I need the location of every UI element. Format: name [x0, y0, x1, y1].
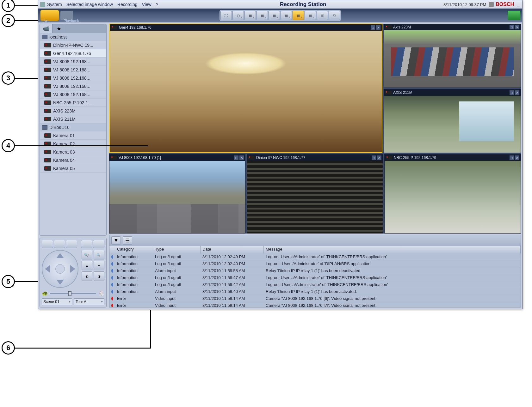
layout-4x4-button[interactable]: ▦ [269, 11, 280, 20]
ptz-right-button[interactable] [70, 265, 75, 273]
tree-camera[interactable]: AXIS 223M [40, 107, 106, 115]
layout-5x5-button[interactable]: ▦ [281, 11, 292, 20]
ptz-tab-4[interactable] [81, 240, 92, 248]
ptz-tab-2[interactable] [54, 240, 65, 248]
tree-camera[interactable]: Kamera 05 [40, 164, 106, 173]
scene-select[interactable]: Scene 01 [42, 298, 72, 305]
video-tile-main[interactable]: Gen4 192.168.1.76□✕ [109, 24, 382, 153]
tile-maximize-button[interactable]: □ [510, 155, 514, 160]
camera-icon [44, 59, 51, 64]
tree-camera[interactable]: VJ 8008 192.168... [40, 66, 106, 74]
video-tile-r2[interactable]: AXIS 211M□✕ [384, 89, 521, 153]
menu-help[interactable]: ? [156, 2, 158, 7]
callout-1: 1 [2, 0, 15, 12]
ptz-tab-5[interactable] [93, 240, 104, 248]
tile-close-button[interactable]: ✕ [515, 90, 519, 95]
ptz-left-button[interactable] [45, 265, 50, 273]
tree-camera[interactable]: Kamera 02 [40, 140, 106, 148]
record-status-button[interactable] [508, 11, 520, 20]
log-filter-button[interactable]: ▼ [111, 236, 121, 245]
tile-close-button[interactable]: ✕ [376, 25, 380, 30]
log-body[interactable]: InformationLog on/Log off8/11/2010 12:02… [109, 253, 521, 307]
layout-pip-button[interactable]: ◫ [317, 11, 328, 20]
tree-camera[interactable]: VJ 8008 192.168... [40, 74, 106, 82]
menu-selected-image-window[interactable]: Selected image window [66, 2, 113, 7]
ptz-tab-3[interactable] [66, 240, 77, 248]
ptz-focus-far-button[interactable]: ▼ [94, 261, 104, 270]
tree-tab-devices[interactable]: 📹 [40, 24, 53, 33]
menu-view[interactable]: View [142, 2, 152, 7]
layout-2x2-button[interactable]: ▦ [244, 11, 256, 20]
minimize-button[interactable]: _ [516, 2, 520, 7]
menu-recording[interactable]: Recording [117, 2, 138, 7]
ptz-down-button[interactable] [56, 280, 64, 285]
log-row[interactable]: InformationLog on/Log off8/11/2010 12:02… [109, 253, 521, 260]
tile-maximize-button[interactable]: □ [510, 90, 514, 95]
layout-1plus7-button[interactable]: ▦ [305, 11, 316, 20]
log-cell-message: Log-on: User 'a/Administrator' of 'THINK… [264, 254, 521, 259]
tile-maximize-button[interactable]: □ [371, 25, 375, 30]
tile-close-button[interactable]: ✕ [377, 155, 381, 160]
tour-select[interactable]: Tour A [74, 298, 104, 305]
menu-system[interactable]: System [47, 2, 62, 7]
tile-maximize-button[interactable]: □ [510, 25, 514, 29]
device-tree[interactable]: localhostDinion-IP-NWC 19...Gen4 192.168… [40, 33, 106, 191]
tile-close-button[interactable]: ✕ [515, 25, 519, 29]
log-list-button[interactable]: ☰ [123, 236, 132, 245]
log-row[interactable]: ErrorVideo input8/11/2010 11:59:14 AMCam… [109, 302, 521, 307]
log-col-date[interactable]: Date [201, 246, 264, 253]
ptz-up-button[interactable] [56, 253, 64, 258]
tree-camera[interactable]: NBC-255-P 192.1... [40, 99, 106, 107]
tree-camera[interactable]: Gen4 192.168.1.76 [40, 49, 106, 58]
tree-tab-favorites[interactable]: ★ [53, 24, 65, 33]
ptz-center-button[interactable] [55, 264, 65, 274]
ptz-iris-open-button[interactable]: ◐ [82, 271, 92, 281]
tile-maximize-button[interactable]: □ [234, 155, 238, 160]
ptz-iris-close-button[interactable]: ◑ [94, 271, 104, 281]
log-row[interactable]: InformationAlarm input8/11/2010 11:59:58… [109, 267, 521, 274]
log-cell-category: Information [115, 275, 153, 280]
layout-seq-button[interactable]: ⧉ [329, 11, 340, 20]
video-tile-r1[interactable]: Axis 223M□✕ [384, 24, 521, 88]
log-row[interactable]: InformationLog on/Log off8/11/2010 11:59… [109, 274, 521, 281]
log-row[interactable]: ErrorVideo input8/11/2010 11:59:14 AMCam… [109, 295, 521, 302]
log-cell-message: Log-out: User '/Administrator' of 'DIPLA… [264, 261, 521, 266]
video-tile-b3[interactable]: NBC-255-P 192.168.1.79□✕ [384, 154, 521, 234]
log-col-type[interactable]: Type [153, 246, 201, 253]
left-column: 📹 ★ localhostDinion-IP-NWC 19...Gen4 192… [38, 22, 108, 309]
tile-close-button[interactable]: ✕ [239, 155, 244, 160]
ptz-dpad[interactable] [42, 250, 78, 288]
layout-3x3-button[interactable]: ▦ [257, 11, 268, 20]
tree-camera[interactable]: VJ 8008 192.168... [40, 90, 106, 99]
tile-maximize-button[interactable]: □ [372, 155, 376, 160]
layout-1plus5-button[interactable]: ▦ [293, 11, 304, 20]
video-tile-b2[interactable]: Dinion-IP-NWC 192.168.1.77□✕ [247, 154, 383, 234]
video-tile-b1[interactable]: VJ 8008 192.168.1.70 [1]□✕ [109, 154, 245, 234]
log-col-message[interactable]: Message [264, 246, 521, 253]
tile-close-button[interactable]: ✕ [515, 155, 519, 160]
log-row[interactable]: InformationLog on/Log off8/11/2010 12:02… [109, 260, 521, 267]
tree-camera[interactable]: Dinion-IP-NWC 19... [40, 41, 106, 49]
layout-fullscreen-button[interactable]: ⛶ [220, 11, 232, 20]
tree-host[interactable]: DiBos J16 [40, 123, 106, 131]
ptz-speed-slider[interactable]: 🐢 🐇 [42, 290, 104, 296]
log-cell-category: Error [115, 303, 153, 307]
tree-camera[interactable]: Kamera 03 [40, 148, 106, 156]
ptz-focus-near-button[interactable]: ▲ [82, 261, 92, 270]
log-row[interactable]: InformationLog on/Log off8/11/2010 11:59… [109, 281, 521, 288]
tree-host[interactable]: localhost [40, 33, 106, 41]
tree-camera[interactable]: Kamera 01 [40, 131, 106, 140]
camera-icon [248, 156, 255, 160]
log-row[interactable]: InformationAlarm input8/11/2010 11:59:40… [109, 288, 521, 295]
camera-icon [44, 150, 51, 154]
tree-camera[interactable]: VJ 8008 192.168... [40, 58, 106, 66]
ptz-tab-1[interactable] [42, 240, 53, 248]
log-col-category[interactable]: Category [115, 246, 153, 253]
layout-1x1-button[interactable]: ▢ [232, 11, 244, 20]
tree-camera[interactable]: AXIS 211M [40, 115, 106, 123]
turtle-icon: 🐢 [42, 290, 48, 296]
ptz-zoom-in-button[interactable]: 🔍+ [82, 250, 92, 259]
tree-camera[interactable]: VJ 8008 192.168... [40, 82, 106, 90]
tree-camera[interactable]: Kamera 04 [40, 156, 106, 164]
ptz-zoom-out-button[interactable]: 🔍- [94, 250, 104, 259]
